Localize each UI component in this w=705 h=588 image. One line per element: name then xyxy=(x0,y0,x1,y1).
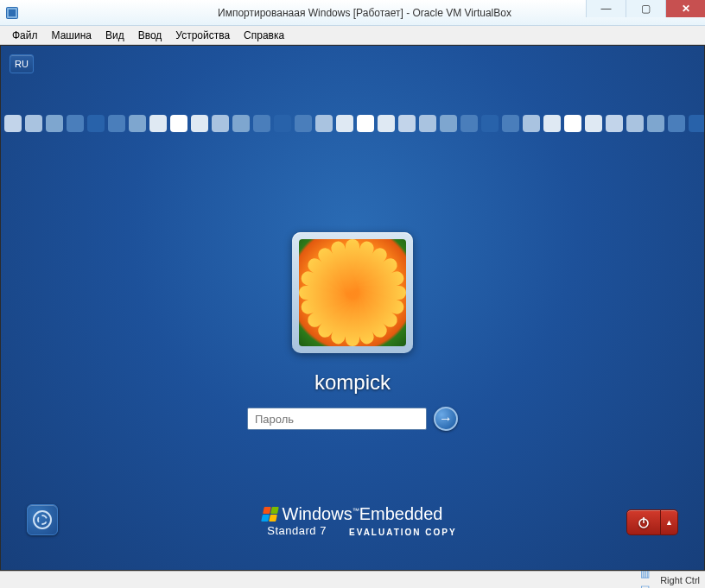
host-menubar: Файл Машина Вид Ввод Устройства Справка xyxy=(0,26,705,45)
band-square xyxy=(419,115,436,132)
host-titlebar: Импортированаая Windows [Работает] - Ora… xyxy=(0,0,705,26)
band-square xyxy=(149,115,167,132)
power-icon xyxy=(637,515,651,529)
submit-button[interactable]: → xyxy=(434,407,458,431)
brand-vendor: Windows xyxy=(283,504,352,523)
band-square xyxy=(191,115,208,132)
band-square xyxy=(647,115,664,132)
shutdown-button[interactable] xyxy=(626,509,661,535)
band-square xyxy=(87,115,105,132)
brand-tm: ™ xyxy=(352,507,359,515)
minimize-button[interactable]: — xyxy=(586,0,626,17)
band-square xyxy=(460,115,478,132)
band-square xyxy=(523,115,540,132)
username-label: kompick xyxy=(314,370,391,395)
band-square xyxy=(626,115,644,132)
band-square xyxy=(689,115,704,132)
band-square xyxy=(25,115,42,132)
arrow-right-icon: → xyxy=(439,411,453,427)
menu-input[interactable]: Ввод xyxy=(131,28,169,43)
band-square xyxy=(357,115,374,132)
menu-devices[interactable]: Устройства xyxy=(168,28,237,43)
band-square xyxy=(336,115,353,132)
decorative-band xyxy=(1,115,704,137)
band-square xyxy=(129,115,146,132)
menu-file[interactable]: Файл xyxy=(5,28,45,43)
band-square xyxy=(378,115,395,132)
band-square xyxy=(274,115,291,132)
guest-display[interactable]: RU kompick → Windows™Embedded Standard 7… xyxy=(0,45,705,571)
band-square xyxy=(315,115,333,132)
band-square xyxy=(253,115,270,132)
band-square xyxy=(481,115,499,132)
band-square xyxy=(606,115,623,132)
chevron-up-icon: ▲ xyxy=(665,518,673,527)
band-square xyxy=(502,115,519,132)
os-branding: Windows™Embedded Standard 7 EVALUATION C… xyxy=(1,502,704,537)
band-square xyxy=(668,115,685,132)
brand-subtitle: Standard 7 xyxy=(267,524,327,537)
band-square xyxy=(232,115,250,132)
shutdown-options-button[interactable]: ▲ xyxy=(661,509,678,535)
menu-view[interactable]: Вид xyxy=(98,28,131,43)
band-square xyxy=(440,115,457,132)
language-indicator[interactable]: RU xyxy=(10,54,34,73)
band-square xyxy=(170,115,187,132)
user-avatar-image xyxy=(299,239,406,346)
menu-help[interactable]: Справка xyxy=(237,28,291,43)
power-controls: ▲ xyxy=(626,509,678,535)
brand-product: Embedded xyxy=(359,504,443,523)
band-square xyxy=(46,115,63,132)
band-square xyxy=(295,115,312,132)
band-square xyxy=(212,115,229,132)
band-square xyxy=(398,115,416,132)
band-square xyxy=(564,115,581,132)
close-button[interactable]: ✕ xyxy=(665,0,705,17)
band-square xyxy=(585,115,602,132)
band-square xyxy=(108,115,125,132)
brand-eval: EVALUATION COPY xyxy=(349,528,457,537)
user-avatar-frame[interactable] xyxy=(292,232,413,353)
display-icon[interactable]: ▭ xyxy=(638,580,651,589)
band-square xyxy=(67,115,84,132)
band-square xyxy=(543,115,561,132)
host-key-label: Right Ctrl xyxy=(660,575,700,585)
maximize-button[interactable]: ▢ xyxy=(626,0,665,17)
virtualbox-icon xyxy=(5,6,19,20)
windows-flag-icon xyxy=(261,507,279,522)
band-square xyxy=(4,115,22,132)
password-input[interactable] xyxy=(247,408,427,430)
login-panel: kompick → xyxy=(1,232,704,431)
host-statusbar: ◎⊙⇄⑂▥▭●◆↗⬇ Right Ctrl xyxy=(0,571,705,588)
menu-machine[interactable]: Машина xyxy=(45,28,98,43)
